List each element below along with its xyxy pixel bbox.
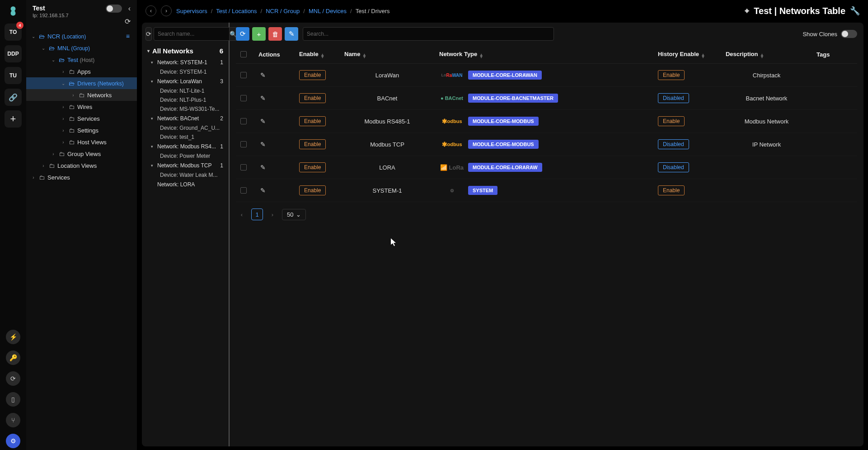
tree-drivers[interactable]: ⌄ 🗁 Drivers (Networks) [26,77,137,89]
row-checkbox[interactable] [240,72,247,78]
row-checkbox[interactable] [240,118,247,124]
edit-action-icon[interactable]: ✎ [258,140,267,149]
rail-item-ddp[interactable]: DDP [5,45,22,62]
enable-pill[interactable]: Enable [299,162,326,172]
add-row-button[interactable]: + [252,27,266,41]
page-prev-button[interactable]: ‹ [236,208,248,220]
refresh-table-button[interactable]: ⟳ [236,27,249,41]
column-header[interactable]: Description▲▼ [721,45,812,64]
network-row[interactable]: ▾Network: SYSTEM-11 [145,57,225,67]
edit-action-icon[interactable]: ✎ [258,163,267,172]
page-number[interactable]: 1 [251,208,263,220]
history-pill[interactable]: Disabled [658,162,689,172]
tree-networks[interactable]: › 🗀 Networks [26,89,137,101]
breadcrumb-item[interactable]: Supervisors [176,8,207,14]
delete-row-button[interactable]: 🗑 [268,27,282,41]
tree-host-views[interactable]: › 🗀 Host Views [26,136,137,148]
table-row[interactable]: ✎EnableLORA📶 LoRaMODULE-CORE-LORARAWDisa… [236,156,857,179]
tree-settings[interactable]: › 🗀 Settings [26,124,137,136]
rail-item-link[interactable]: 🔗 [5,89,22,106]
device-row[interactable]: Device: Water Leak M... [145,171,225,180]
edit-action-icon[interactable]: ✎ [258,94,267,103]
rail-key-button[interactable]: 🔑 [6,351,20,365]
enable-pill[interactable]: Enable [299,139,326,149]
history-pill[interactable]: Disabled [658,93,689,103]
breadcrumb-item[interactable]: NCR / Group [266,8,300,14]
refresh-tree-button[interactable]: ⟳ [145,27,152,41]
history-pill[interactable]: Enable [658,70,685,80]
rail-sync-button[interactable]: ⟳ [6,371,20,386]
column-header[interactable]: Network Type▲▼ [435,45,653,64]
enable-pill[interactable]: Enable [299,93,326,103]
edit-row-button[interactable]: ✎ [285,27,298,41]
network-row[interactable]: Network: LORA [145,180,225,189]
tree-services[interactable]: › 🗀 Services [26,113,137,124]
tree-apps[interactable]: › 🗀 Apps [26,66,137,77]
show-clones-switch[interactable] [841,30,857,38]
table-row[interactable]: ✎EnableSYSTEM-1⚙SYSTEMEnable [236,179,857,202]
enable-pill[interactable]: Enable [299,116,326,126]
device-row[interactable]: Device: Power Meter [145,152,225,161]
select-all-checkbox[interactable] [240,51,247,57]
device-row[interactable]: Device: NLT-Plus-1 [145,95,225,104]
tree-root-services[interactable]: › 🗀 Services [26,171,137,183]
collapse-sidebar-icon[interactable]: ‹ [128,5,131,13]
rail-add-button[interactable]: + [5,110,22,128]
tree-mnl[interactable]: ⌄ 🗁 MNL (Group) [26,42,137,54]
nav-back-button[interactable]: ‹ [145,5,156,16]
search-table-input[interactable] [303,27,554,41]
edit-action-icon[interactable]: ✎ [258,71,267,80]
network-row[interactable]: ▾Network: Modbus RS4...1 [145,142,225,152]
rail-doc-button[interactable]: ▯ [6,392,20,407]
refresh-sidebar-icon[interactable]: ⟳ [125,17,131,26]
device-row[interactable]: Device: Ground_AC_U... [145,123,225,133]
row-checkbox[interactable] [240,95,247,101]
rail-item-tu[interactable]: TU [5,67,22,84]
nav-forward-button[interactable]: › [161,5,172,16]
breadcrumb-item[interactable]: MNL / Devices [309,8,347,14]
device-row[interactable]: Device: SYSTEM-1 [145,67,225,76]
column-header[interactable]: Enable▲▼ [295,45,340,64]
history-pill[interactable]: Enable [658,116,685,126]
row-checkbox[interactable] [240,187,247,194]
row-checkbox[interactable] [240,164,247,171]
rail-item-to[interactable]: TO 4 [5,24,22,41]
tree-test[interactable]: ⌄ 🗁 Test (Host) [26,54,137,66]
device-row[interactable]: Device: NLT-Lite-1 [145,86,225,95]
edit-action-icon[interactable]: ✎ [258,186,267,195]
network-row[interactable]: ▾Network: Modbus TCP1 [145,161,225,171]
search-tree-input[interactable] [154,27,230,41]
column-header[interactable]: History Enable▲▼ [653,45,721,64]
network-list-header[interactable]: ▾All Networks6 [145,44,225,57]
table-row[interactable]: ✎EnableBACnet● BACnetMODULE-CORE-BACNETM… [236,87,857,110]
tree-menu-icon[interactable]: ≡ [126,33,132,40]
device-row[interactable]: Device: MS-WS301-Te... [145,104,225,114]
table-row[interactable]: ✎EnableModbus RS485-1✱odbusMODULE-CORE-M… [236,110,857,133]
table-row[interactable]: ✎EnableModbus TCP✱odbusMODULE-CORE-MODBU… [236,133,857,156]
row-checkbox[interactable] [240,141,247,147]
wrench-icon[interactable]: 🔧 [850,6,860,16]
network-row[interactable]: ▾Network: BACnet2 [145,114,225,123]
page-size-select[interactable]: 50 ⌄ [282,209,306,220]
column-header[interactable] [236,45,254,64]
column-header[interactable]: Tags [812,45,857,64]
enable-pill[interactable]: Enable [299,70,326,80]
breadcrumb-item[interactable]: Test / Locations [216,8,257,14]
tree-ncr[interactable]: ⌄ 🗁 NCR (Location) ≡ [26,30,137,42]
rail-branch-button[interactable]: ⑂ [6,413,20,427]
tree-wires[interactable]: › 🗀 Wires [26,101,137,113]
enable-pill[interactable]: Enable [299,185,326,195]
column-header[interactable]: Name▲▼ [340,45,435,64]
column-header[interactable]: Actions [254,45,295,64]
page-next-button[interactable]: › [267,208,278,220]
history-pill[interactable]: Disabled [658,139,689,149]
edit-action-icon[interactable]: ✎ [258,117,267,126]
tree-location-views[interactable]: › 🗀 Location Views [26,160,137,171]
history-pill[interactable]: Enable [658,185,685,195]
network-row[interactable]: ▾Network: LoraWan3 [145,76,225,86]
table-row[interactable]: ✎EnableLoraWanLoRa WANMODULE-CORE-LORAWA… [236,64,857,87]
locate-icon[interactable]: ⌖ [745,6,749,16]
sidebar-toggle[interactable] [106,5,122,13]
rail-flash-button[interactable]: ⚡ [6,330,20,344]
rail-settings-button[interactable]: ⚙ [6,434,20,448]
